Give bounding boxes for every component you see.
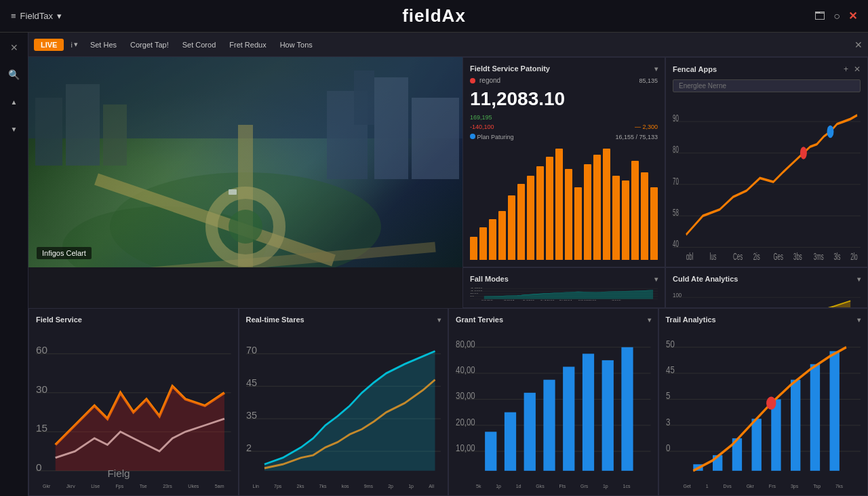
svg-rect-1 xyxy=(35,98,62,166)
fall-modes-chart: 190 100 50 0 Gkr Tsd Tdo Mko Fen Gdeo To… xyxy=(470,287,658,301)
bar-18 xyxy=(631,161,639,260)
fall-modes-chevron[interactable]: ▾ xyxy=(654,275,658,283)
tab-fret-redux[interactable]: Fret Redux xyxy=(224,39,271,51)
priority-chevron[interactable]: ▾ xyxy=(654,65,658,73)
svg-text:30,00: 30,00 xyxy=(456,390,475,402)
svg-text:Ces: Ces xyxy=(733,250,743,260)
realtime-x-labels: Lin 7ps 2ks 7ks kos 9ms 2p 1p All xyxy=(246,484,441,489)
tab-bar-close[interactable]: ✕ xyxy=(854,39,863,50)
bar-8 xyxy=(536,166,544,260)
bar-12 xyxy=(574,187,582,260)
grant-tervies-panel: Grant Tervies ▾ 80,00 40,00 30,00 20,00 … xyxy=(448,308,658,496)
svg-text:50: 50 xyxy=(666,338,675,349)
realtime-chevron[interactable]: ▾ xyxy=(437,316,441,324)
svg-text:100: 100 xyxy=(673,292,682,299)
svg-text:3bs: 3bs xyxy=(793,250,802,260)
svg-text:Fen: Fen xyxy=(559,300,572,301)
grant-chevron[interactable]: ▾ xyxy=(648,316,651,324)
tab-live[interactable]: LIVE xyxy=(34,39,64,51)
svg-rect-68 xyxy=(505,413,516,471)
bar-15 xyxy=(603,149,610,260)
bar-10 xyxy=(555,149,563,260)
tab-set-hes[interactable]: Set Hes xyxy=(85,39,122,51)
trail-analytics-panel: Trail Analytics ▾ 50 45 5 3 0 xyxy=(658,308,869,496)
window-restore-icon[interactable]: 🗔 xyxy=(814,10,825,22)
bar-2 xyxy=(479,227,487,260)
svg-rect-14 xyxy=(374,77,408,179)
priority-plan-label: Plan Paturing 16,155 / 75,133 xyxy=(470,134,658,140)
panels-grid: Infigos Celart Fieldt Service Patonity ▾… xyxy=(28,57,868,496)
window-close-icon[interactable]: ✕ xyxy=(848,9,857,22)
logo-text: FieldTax xyxy=(20,11,53,21)
realtime-title: Real-time Stares ▾ xyxy=(246,316,441,324)
svg-text:40,00: 40,00 xyxy=(456,364,475,376)
sidebar-nav-down[interactable]: ▼ xyxy=(6,121,22,137)
tab-info[interactable]: i ▾ xyxy=(66,38,81,51)
bar-16 xyxy=(612,176,620,260)
field-service-x-labels: Gkr Jkrv Llse Fps Tse 23rs Ukes 5am xyxy=(36,484,231,489)
app-title: fieldAx xyxy=(402,5,466,26)
fencal-plus-icon[interactable]: + xyxy=(844,64,848,74)
svg-rect-90 xyxy=(791,380,800,471)
field-service-chart: 60 30 15 0 Fielg xyxy=(36,328,231,484)
svg-text:35: 35 xyxy=(246,410,257,421)
fencal-close-icon[interactable]: ✕ xyxy=(854,64,861,74)
svg-text:70: 70 xyxy=(246,345,257,356)
fencal-apps-panel: Fencal Apps + ✕ xyxy=(665,57,868,267)
bar-4 xyxy=(498,211,506,260)
fencal-svg-chart: 90 80 70 58 40 gbl lus Ce xyxy=(673,96,861,260)
tab-bar: LIVE i ▾ Set Hes Corget Tap! Set Corod F… xyxy=(28,33,868,57)
svg-text:45: 45 xyxy=(246,377,257,389)
culd-chevron[interactable]: ▾ xyxy=(857,275,861,283)
svg-text:90: 90 xyxy=(673,112,679,123)
svg-marker-123 xyxy=(683,301,850,308)
bar-7 xyxy=(527,176,534,260)
tab-set-corod[interactable]: Set Corod xyxy=(177,39,222,51)
trail-chevron[interactable]: ▾ xyxy=(857,316,861,324)
app-logo[interactable]: ≡ FieldTax ▾ xyxy=(11,11,62,21)
svg-text:Gdeo: Gdeo xyxy=(578,300,597,301)
sidebar-nav-up[interactable]: ▲ xyxy=(6,94,22,110)
video-background: Infigos Celart xyxy=(28,57,462,267)
video-label: Infigos Celart xyxy=(37,247,92,259)
fencal-actions: + ✕ xyxy=(844,64,861,74)
svg-text:30: 30 xyxy=(36,383,47,395)
svg-rect-70 xyxy=(543,380,555,471)
svg-text:80: 80 xyxy=(673,144,679,155)
svg-text:2: 2 xyxy=(246,442,252,454)
fencal-search-input[interactable] xyxy=(673,79,861,92)
fencal-title: Fencal Apps xyxy=(673,65,717,73)
tab-info-label: i xyxy=(71,41,72,49)
sidebar-search-icon[interactable]: 🔍 xyxy=(6,66,22,83)
menu-icon[interactable]: ≡ xyxy=(11,11,16,21)
priority-stat-1: 85,135 xyxy=(639,77,658,84)
svg-text:Tor: Tor xyxy=(611,300,622,301)
svg-text:2is: 2is xyxy=(753,250,760,260)
svg-text:45: 45 xyxy=(666,364,675,376)
priority-bar-chart xyxy=(470,140,658,260)
svg-text:20,00: 20,00 xyxy=(456,416,475,427)
window-circle-icon[interactable]: ○ xyxy=(833,10,840,22)
svg-text:50: 50 xyxy=(470,293,479,294)
culd-analytics-panel: Culd Ate Analytics ▾ 100 80 60 40 xyxy=(665,267,868,308)
svg-text:Tsd: Tsd xyxy=(502,300,514,301)
svg-text:58: 58 xyxy=(673,206,679,218)
sidebar-close-icon[interactable]: ✕ xyxy=(6,39,22,56)
blue-dot-icon xyxy=(470,134,475,139)
grant-title: Grant Tervies ▾ xyxy=(456,316,651,324)
tab-how-tons[interactable]: How Tons xyxy=(275,39,318,51)
grant-chart: 80,00 40,00 30,00 20,00 10,00 xyxy=(456,328,651,484)
culd-title: Culd Ate Analytics ▾ xyxy=(673,275,861,283)
svg-rect-15 xyxy=(412,98,459,179)
svg-text:10,00: 10,00 xyxy=(456,442,475,454)
svg-text:60: 60 xyxy=(36,344,47,356)
sidebar: ✕ 🔍 ▲ ▼ xyxy=(0,33,28,496)
svg-rect-91 xyxy=(810,364,819,471)
svg-text:3ms: 3ms xyxy=(814,250,824,260)
svg-text:80,00: 80,00 xyxy=(456,338,475,349)
tab-corget-tap[interactable]: Corget Tap! xyxy=(125,39,174,51)
window-controls: 🗔 ○ ✕ xyxy=(814,9,857,22)
priority-main-value: 11,2083.10 xyxy=(470,88,658,110)
field-service-panel: Field Service 60 30 15 0 xyxy=(28,308,239,496)
logo-chevron[interactable]: ▾ xyxy=(57,11,62,21)
